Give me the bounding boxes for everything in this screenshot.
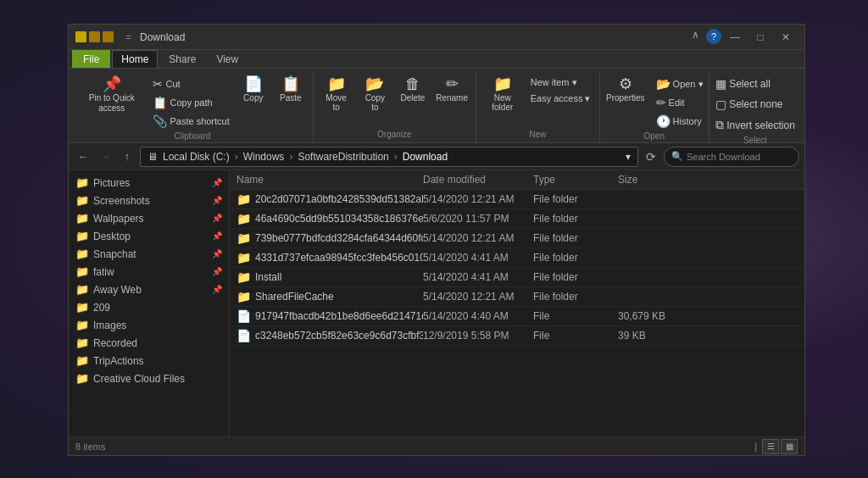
table-row[interactable]: 📄 917947fbacdb42b1be8d6ee6d21471dc6... 5…	[230, 307, 804, 326]
copy-to-icon: 📂	[365, 76, 384, 92]
ribbon-toggle[interactable]: ∧	[692, 29, 699, 46]
search-placeholder: Search Download	[687, 152, 760, 162]
tab-share[interactable]: Share	[159, 50, 205, 68]
easy-access-button[interactable]: Easy access ▾	[527, 92, 594, 106]
paste-button[interactable]: 📋 Paste	[274, 74, 308, 105]
edit-button[interactable]: ✏ Edit	[653, 94, 707, 111]
new-item-button[interactable]: New item ▾	[527, 75, 594, 90]
col-date[interactable]: Date modified	[423, 174, 533, 186]
refresh-button[interactable]: ⟳	[642, 147, 660, 166]
title-bar-icons	[75, 31, 114, 42]
sidebar-item-fatiw[interactable]: 📁 fatiw 📌	[69, 263, 229, 281]
organize-buttons: 📁 Move to 📂 Copy to 🗑 Delete ✏ Rename	[318, 72, 470, 128]
folder-icon: 📁	[75, 230, 89, 242]
sidebar-item-209[interactable]: 📁 209	[69, 298, 229, 316]
properties-button[interactable]: ⚙ Properties	[602, 74, 649, 105]
sidebar-item-recorded[interactable]: 📁 Recorded	[69, 334, 229, 352]
address-bar: ← → ↑ 🖥 Local Disk (C:) › Windows › Soft…	[69, 143, 804, 170]
up-button[interactable]: ↑	[118, 147, 136, 166]
paste-shortcut-button[interactable]: 📎 Paste shortcut	[149, 113, 232, 130]
file-list: Name Date modified Type Size 📁 20c2d0707…	[230, 170, 804, 436]
status-separator: |	[754, 442, 757, 452]
clipboard-group: 📌 Pin to Quick access ✂ Cut 📋 Copy path …	[72, 72, 314, 142]
delete-button[interactable]: 🗑 Delete	[396, 74, 430, 105]
copy-button[interactable]: 📄 Copy	[236, 74, 270, 105]
sidebar-label: Away Web	[93, 284, 142, 296]
maximize-button[interactable]: □	[748, 29, 772, 46]
table-row[interactable]: 📄 c3248eb572cb5f82e63ce9c6d73cfbf39b1...…	[230, 326, 804, 346]
new-buttons: 📁 New folder New item ▾ Easy access ▾	[481, 72, 594, 128]
select-all-button[interactable]: ▦ Select all	[712, 75, 798, 92]
file-name: 📄 c3248eb572cb5f82e63ce9c6d73cfbf39b1...	[236, 329, 423, 342]
sidebar-item-snapchat[interactable]: 📁 Snapchat 📌	[69, 245, 229, 263]
table-row[interactable]: 📁 4331d737efcaa98945fcc3feb456c010 5/14/…	[230, 248, 804, 268]
new-col: New item ▾ Easy access ▾	[527, 74, 594, 106]
sidebar-item-images[interactable]: 📁 Images	[69, 316, 229, 334]
paste-shortcut-icon: 📎	[153, 114, 167, 128]
table-row[interactable]: 📁 SharedFileCache 5/14/2020 12:21 AM Fil…	[230, 287, 804, 307]
sidebar-item-creative-cloud[interactable]: 📁 Creative Cloud Files	[69, 370, 229, 387]
select-none-button[interactable]: ▢ Select none	[712, 96, 798, 113]
close-button[interactable]: ✕	[774, 29, 798, 46]
window-controls: ∧ ? — □ ✕	[687, 29, 798, 46]
file-name: 📁 Install	[236, 270, 423, 284]
file-date: 5/14/2020 12:21 AM	[423, 232, 533, 244]
col-type[interactable]: Type	[533, 174, 618, 186]
invert-selection-button[interactable]: ⧉ Invert selection	[712, 116, 798, 134]
sidebar-item-screenshots[interactable]: 📁 Screenshots 📌	[69, 192, 229, 209]
col-name[interactable]: Name	[236, 174, 423, 186]
sidebar-label: Snapchat	[93, 248, 136, 260]
tab-file[interactable]: File	[72, 50, 110, 68]
copy-path-button[interactable]: 📋 Copy path	[149, 94, 232, 111]
back-button[interactable]: ←	[74, 147, 92, 166]
forward-button[interactable]: →	[96, 147, 114, 166]
new-folder-button[interactable]: 📁 New folder	[481, 74, 524, 114]
pin-icon: 📌	[212, 231, 222, 241]
move-icon: 📁	[327, 76, 346, 92]
file-name: 📁 46a4690c5dd9b551034358c186376ee9	[236, 212, 423, 225]
table-row[interactable]: 📁 46a4690c5dd9b551034358c186376ee9 5/6/2…	[230, 209, 804, 229]
tab-view[interactable]: View	[207, 50, 248, 68]
file-type: File folder	[533, 252, 618, 264]
sidebar-item-away-web[interactable]: 📁 Away Web 📌	[69, 281, 229, 298]
ribbon: 📌 Pin to Quick access ✂ Cut 📋 Copy path …	[69, 69, 804, 143]
address-path[interactable]: 🖥 Local Disk (C:) › Windows › SoftwareDi…	[140, 147, 638, 167]
select-all-icon: ▦	[715, 77, 726, 91]
rename-button[interactable]: ✏ Rename	[433, 74, 470, 105]
sidebar-item-pictures[interactable]: 📁 Pictures 📌	[69, 174, 229, 192]
sidebar-item-tripactions[interactable]: 📁 TripActions	[69, 352, 229, 370]
sidebar-item-wallpapers[interactable]: 📁 Wallpapers 📌	[69, 209, 229, 227]
open-button[interactable]: 📂 Open ▾	[653, 75, 707, 92]
tiles-view-button[interactable]: ▦	[781, 439, 798, 454]
copy-icon: 📄	[244, 76, 263, 92]
folder-icon: 📁	[75, 319, 89, 331]
history-button[interactable]: 🕐 History	[653, 113, 707, 130]
minimize-button[interactable]: —	[723, 29, 747, 46]
pin-icon: 📌	[212, 178, 222, 187]
properties-icon: ⚙	[619, 76, 632, 92]
folder-icon: 📁	[75, 194, 89, 207]
table-row[interactable]: 📁 739be0777bdfcdd3284cfa64344d60fd 5/14/…	[230, 229, 804, 248]
invert-icon: ⧉	[715, 118, 724, 132]
move-to-button[interactable]: 📁 Move to	[318, 74, 353, 114]
search-box[interactable]: 🔍 Search Download	[664, 147, 799, 167]
file-name: 📁 20c2d07071a0bfb2428539dd51382ab5	[236, 192, 423, 206]
details-view-button[interactable]: ☰	[762, 439, 779, 454]
col-size[interactable]: Size	[618, 174, 686, 186]
history-icon: 🕐	[656, 114, 670, 128]
file-date: 5/14/2020 12:21 AM	[423, 193, 533, 205]
file-date: 5/14/2020 4:40 AM	[423, 310, 533, 322]
file-date: 5/14/2020 12:21 AM	[423, 291, 533, 303]
sidebar-label: TripActions	[93, 355, 144, 367]
pin-to-quick-access-button[interactable]: 📌 Pin to Quick access	[77, 74, 146, 116]
select-group: ▦ Select all ▢ Select none ⧉ Invert sele…	[709, 72, 801, 142]
cut-button[interactable]: ✂ Cut	[149, 75, 232, 92]
table-row[interactable]: 📁 20c2d07071a0bfb2428539dd51382ab5 5/14/…	[230, 190, 804, 209]
items-count: 8 items	[75, 442, 754, 452]
organize-label: Organize	[377, 128, 412, 139]
help-button[interactable]: ?	[706, 29, 721, 44]
tab-home[interactable]: Home	[112, 50, 158, 68]
table-row[interactable]: 📁 Install 5/14/2020 4:41 AM File folder	[230, 268, 804, 287]
sidebar-item-desktop[interactable]: 📁 Desktop 📌	[69, 227, 229, 245]
copy-to-button[interactable]: 📂 Copy to	[358, 74, 392, 114]
